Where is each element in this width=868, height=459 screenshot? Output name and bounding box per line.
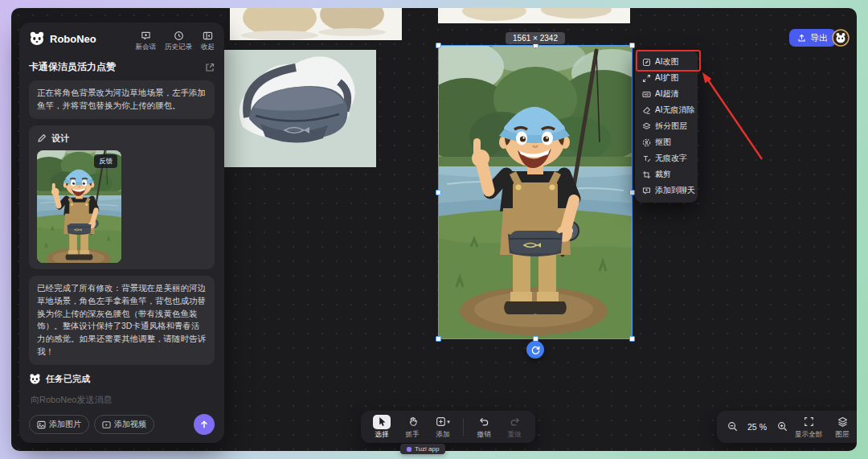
refresh-icon xyxy=(530,345,541,355)
share-icon[interactable] xyxy=(205,63,215,72)
message-input[interactable] xyxy=(29,391,215,414)
layers-button[interactable]: 图层 xyxy=(828,415,857,440)
add-image-button[interactable]: 添加图片 xyxy=(29,415,89,434)
app-logo: RoboNeo xyxy=(29,31,96,47)
show-all-button[interactable]: 显示全部 xyxy=(794,415,823,440)
tool-redo[interactable]: 重做 xyxy=(500,415,529,440)
tool-select[interactable]: 选择 xyxy=(367,415,396,440)
ai-expand-icon xyxy=(642,74,651,83)
send-button[interactable] xyxy=(194,414,215,435)
design-title: 设计 xyxy=(51,132,69,145)
canvas-image-character-selected[interactable] xyxy=(439,46,632,338)
selection-handle-top-left[interactable] xyxy=(436,43,441,48)
action-label: 历史记录 xyxy=(165,43,192,52)
clock-icon xyxy=(174,31,184,41)
status-text: 任务已完成 xyxy=(46,373,90,385)
brand-name: RoboNeo xyxy=(50,33,96,45)
crop-icon xyxy=(642,170,651,179)
tool-undo[interactable]: 撤销 xyxy=(469,415,498,440)
chat-sidebar: RoboNeo 新会话 历史记录 收起 卡通保洁员活力点赞 xyxy=(19,23,224,443)
tool-label: 显示全部 xyxy=(795,430,822,440)
fit-screen-icon xyxy=(800,415,817,429)
context-menu-item-cutout[interactable]: 抠图 xyxy=(638,134,694,150)
cutout-icon xyxy=(642,138,651,147)
tool-label: 撤销 xyxy=(477,430,491,440)
layers-icon xyxy=(833,415,851,429)
watermark-icon xyxy=(407,447,411,452)
video-icon xyxy=(102,420,111,429)
context-menu-label: AI无痕消除 xyxy=(655,105,694,116)
add-square-icon: ▾ xyxy=(434,415,452,429)
selection-handle-middle-right[interactable] xyxy=(629,190,635,195)
new-session-button[interactable]: 新会话 xyxy=(136,31,157,52)
avatar-panda-icon xyxy=(832,29,850,47)
text-edit-icon xyxy=(642,154,651,163)
context-menu-item-add-to-chat[interactable]: 添加到聊天 xyxy=(638,182,694,199)
context-menu-item-text-edit[interactable]: 无痕改字 xyxy=(638,150,694,166)
products-photo xyxy=(230,8,402,40)
hd-icon: HD xyxy=(642,90,651,99)
history-button[interactable]: 历史记录 xyxy=(165,31,192,52)
export-label: 导出 xyxy=(810,32,828,44)
panda-logo-icon xyxy=(29,31,45,47)
collapse-button[interactable]: 收起 xyxy=(201,31,215,52)
selection-handle-top-right[interactable] xyxy=(629,43,635,48)
action-label: 新会话 xyxy=(136,43,157,52)
chat-bubble-icon xyxy=(642,186,651,195)
add-video-button[interactable]: 添加视频 xyxy=(94,415,154,434)
tool-add[interactable]: ▾ 添加 xyxy=(428,415,457,440)
composer: 添加图片 添加视频 xyxy=(29,391,215,435)
zoom-out-icon xyxy=(727,421,738,432)
context-menu-label: 拆分图层 xyxy=(655,121,687,132)
context-menu-label: AI超清 xyxy=(655,88,678,100)
zoom-level: 25 % xyxy=(744,422,770,432)
ai-edit-icon xyxy=(642,58,651,67)
feedback-badge[interactable]: 反馈 xyxy=(94,154,117,168)
character-illustration xyxy=(439,46,632,338)
session-title: 卡通保洁员活力点赞 xyxy=(29,60,116,74)
context-menu-label: 无痕改字 xyxy=(655,153,687,164)
button-label: 添加视频 xyxy=(114,419,146,430)
context-menu-item-ai-edit[interactable]: AI改图 xyxy=(638,54,694,70)
selection-handle-bottom-right[interactable] xyxy=(629,336,635,342)
tool-hand[interactable]: 抓手 xyxy=(398,415,427,440)
chevron-down-icon: ▾ xyxy=(447,419,450,424)
export-icon xyxy=(797,34,806,43)
tool-label: 添加 xyxy=(436,430,450,440)
context-menu-label: AI扩图 xyxy=(655,72,678,84)
zoom-in-icon xyxy=(777,421,788,432)
context-menu-label: 抠图 xyxy=(655,137,671,148)
cursor-icon xyxy=(373,415,391,429)
canvas-image-products-top-right[interactable] xyxy=(438,8,630,23)
svg-text:HD: HD xyxy=(645,92,649,96)
context-menu-item-ai-remove[interactable]: AI无痕消除 xyxy=(638,102,694,118)
design-thumbnail[interactable]: 反馈 xyxy=(37,150,121,263)
selection-handle-middle-left[interactable] xyxy=(436,190,441,195)
zoom-in-button[interactable] xyxy=(775,420,789,434)
watermark-text: Tuzi app xyxy=(415,445,439,453)
context-menu-item-crop[interactable]: 裁剪 xyxy=(638,166,694,182)
export-button[interactable]: 导出 xyxy=(789,29,836,47)
watermark-badge: Tuzi app xyxy=(400,444,445,454)
context-menu-item-ai-expand[interactable]: AI扩图 xyxy=(638,70,694,86)
tool-label: 抓手 xyxy=(406,430,420,440)
canvas-image-products-top[interactable] xyxy=(230,8,402,40)
zoom-out-button[interactable] xyxy=(725,420,739,434)
hand-icon xyxy=(403,415,421,429)
undo-icon xyxy=(475,415,493,429)
result-message: 已经完成了所有修改：背景现在是美丽的河边草地场景，角色左手拿着鱼竿，背包也成功替… xyxy=(29,276,215,365)
context-menu-item-ai-upscale[interactable]: HD AI超清 xyxy=(638,86,694,102)
regenerate-button[interactable] xyxy=(526,341,544,359)
products-photo-2 xyxy=(438,8,630,23)
context-menu-label: AI改图 xyxy=(655,56,678,68)
context-menu-item-split-layers[interactable]: 拆分图层 xyxy=(638,118,694,134)
selection-handle-bottom-left[interactable] xyxy=(436,336,441,342)
canvas-image-waist-bag[interactable] xyxy=(219,50,376,167)
user-avatar[interactable] xyxy=(832,29,850,47)
context-menu-label: 裁剪 xyxy=(655,169,671,180)
app-window: 1561 × 2342 AI改图 AI扩图 HD AI超清 AI无痕消除 xyxy=(0,0,868,459)
selection-frame[interactable] xyxy=(438,45,633,339)
action-label: 收起 xyxy=(201,43,215,52)
design-card: 设计 反馈 xyxy=(29,125,215,270)
context-menu: AI改图 AI扩图 HD AI超清 AI无痕消除 拆分图层 抠图 xyxy=(635,50,698,203)
